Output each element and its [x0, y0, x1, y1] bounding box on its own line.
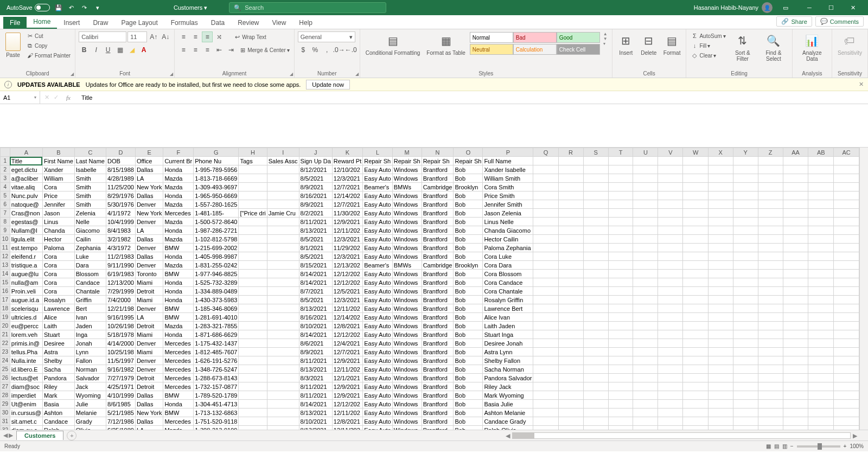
cell[interactable]: Honda: [163, 330, 194, 339]
cell[interactable]: Easy Auto: [363, 278, 393, 287]
cell[interactable]: Hector Cailin: [483, 235, 533, 244]
cell[interactable]: Windows: [392, 270, 422, 278]
cell[interactable]: Isabelle: [74, 165, 106, 174]
cell[interactable]: Brantford: [422, 165, 454, 174]
row-header[interactable]: 1: [1, 157, 10, 165]
cell[interactable]: Windows: [392, 191, 422, 200]
cell[interactable]: Honda: [163, 226, 194, 235]
cell[interactable]: [583, 252, 608, 261]
cell[interactable]: [783, 348, 808, 356]
cell[interactable]: [708, 330, 733, 339]
cell[interactable]: 4/1/1972: [106, 209, 135, 218]
cell[interactable]: [683, 244, 708, 252]
cell[interactable]: 8/13/2021: [299, 426, 332, 430]
cell[interactable]: [783, 226, 808, 235]
cell[interactable]: [733, 218, 758, 226]
cell[interactable]: Olivia: [74, 426, 106, 430]
cell[interactable]: Easy Auto: [363, 287, 393, 296]
cell[interactable]: Cora Chantale: [483, 287, 533, 296]
cell[interactable]: Repair Sh: [363, 157, 393, 165]
cell[interactable]: [683, 261, 708, 270]
cell[interactable]: 12/13/202: [332, 261, 362, 270]
cell[interactable]: Bob: [454, 417, 483, 426]
cell[interactable]: 12/3/2021: [332, 296, 362, 304]
enter-formula-icon[interactable]: ✓: [54, 94, 59, 101]
cell[interactable]: [658, 296, 683, 304]
cell[interactable]: [558, 183, 583, 191]
cell[interactable]: [633, 408, 658, 417]
cell[interactable]: Pandora: [42, 374, 74, 382]
format-painter-button[interactable]: 🖌Format Painter: [25, 51, 72, 60]
cell[interactable]: [658, 270, 683, 278]
cell[interactable]: Cora Dara: [483, 261, 533, 270]
cell[interactable]: [267, 322, 299, 330]
cell[interactable]: [808, 426, 834, 430]
cell[interactable]: Brantford: [422, 339, 454, 348]
cell[interactable]: [783, 191, 808, 200]
cell[interactable]: [733, 408, 758, 417]
cell[interactable]: [583, 218, 608, 226]
cell[interactable]: 1-557-280-1625: [194, 200, 239, 209]
cell[interactable]: [267, 417, 299, 426]
cell[interactable]: Windows: [392, 244, 422, 252]
cell[interactable]: [633, 304, 658, 313]
cell[interactable]: [708, 218, 733, 226]
cell[interactable]: [608, 426, 633, 430]
cell[interactable]: [683, 348, 708, 356]
cell[interactable]: [239, 322, 267, 330]
cell[interactable]: Astra: [42, 348, 74, 356]
column-header-N[interactable]: N: [422, 148, 454, 157]
cell[interactable]: Stuart Inga: [483, 330, 533, 339]
cell[interactable]: [583, 270, 608, 278]
cell[interactable]: [533, 235, 558, 244]
cell[interactable]: [558, 261, 583, 270]
cell[interactable]: [267, 426, 299, 430]
cell[interactable]: Basia: [42, 400, 74, 408]
cell[interactable]: Price Smith: [483, 191, 533, 200]
cell[interactable]: Cora Luke: [483, 252, 533, 261]
cell[interactable]: [708, 252, 733, 261]
cell[interactable]: [733, 191, 758, 200]
cell[interactable]: [733, 261, 758, 270]
undo-icon[interactable]: ↶: [67, 3, 76, 12]
cell[interactable]: Julie: [74, 400, 106, 408]
cell[interactable]: Windows: [392, 417, 422, 426]
cell[interactable]: [683, 356, 708, 365]
cell[interactable]: [239, 339, 267, 348]
cell[interactable]: [834, 296, 859, 304]
cell[interactable]: 8/12/2021: [299, 165, 332, 174]
cell[interactable]: 8/3/2021: [299, 374, 332, 382]
cell[interactable]: [267, 287, 299, 296]
cell[interactable]: [733, 209, 758, 218]
cell[interactable]: [633, 200, 658, 209]
cell[interactable]: 8/9/2021: [299, 183, 332, 191]
cell[interactable]: BMW: [163, 270, 194, 278]
cell[interactable]: [758, 391, 783, 400]
cell[interactable]: [808, 191, 834, 200]
cell[interactable]: 8/11/2021: [299, 218, 332, 226]
cell[interactable]: [683, 365, 708, 374]
cell[interactable]: [558, 356, 583, 365]
cell[interactable]: First Name: [42, 157, 74, 165]
cell[interactable]: [633, 174, 658, 183]
cell[interactable]: Riley: [42, 382, 74, 391]
cell[interactable]: Repair Sh: [454, 157, 483, 165]
cell[interactable]: [834, 157, 859, 165]
cell[interactable]: [758, 165, 783, 174]
cell[interactable]: [239, 218, 267, 226]
style-check-cell[interactable]: Check Cell: [557, 44, 600, 55]
cell[interactable]: [239, 174, 267, 183]
cell[interactable]: Easy Auto: [363, 270, 393, 278]
cell[interactable]: [267, 391, 299, 400]
cell[interactable]: Brantford: [422, 200, 454, 209]
cell[interactable]: LA: [135, 226, 163, 235]
cell[interactable]: in.cursus@: [10, 408, 42, 417]
cell[interactable]: Easy Auto: [363, 226, 393, 235]
cell[interactable]: [558, 270, 583, 278]
cell[interactable]: [733, 400, 758, 408]
tab-page-layout[interactable]: Page Layout: [114, 17, 164, 29]
cell[interactable]: 11/2/1983: [106, 252, 135, 261]
cell[interactable]: Brantford: [422, 191, 454, 200]
cell[interactable]: Bob: [454, 278, 483, 287]
close-button[interactable]: ✕: [842, 0, 864, 15]
